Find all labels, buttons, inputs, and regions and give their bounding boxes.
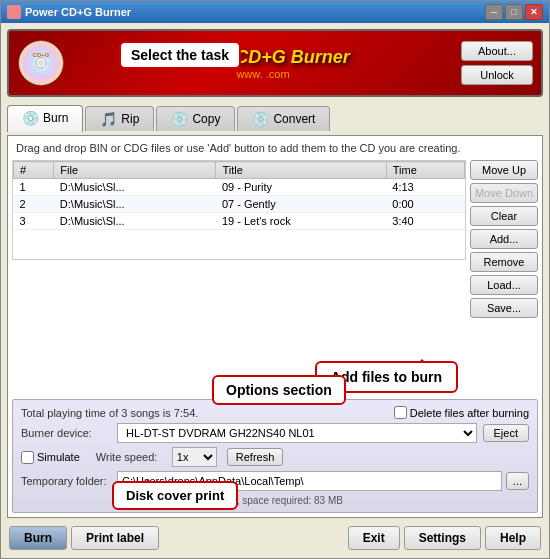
row1-title: 09 - Purity (216, 179, 386, 196)
bottom-bar: Disk cover print Burn Print label Exit S… (7, 522, 543, 552)
tab-convert[interactable]: 💿 Convert (237, 106, 330, 131)
col-num: # (14, 162, 54, 179)
convert-tab-label: Convert (273, 112, 315, 126)
row3-title: 19 - Let's rock (216, 213, 386, 230)
banner-url: www. .com (236, 68, 289, 80)
write-speed-select[interactable]: 1x (172, 447, 217, 467)
instruction-text: Drag and drop BIN or CDG files or use 'A… (12, 140, 538, 156)
rip-tab-icon: 🎵 (100, 111, 117, 127)
header-banner: Select the task (7, 29, 543, 97)
save-button[interactable]: Save... (470, 298, 538, 318)
remove-button[interactable]: Remove (470, 252, 538, 272)
burn-bottom-button[interactable]: Burn (9, 526, 67, 550)
rip-tab-label: Rip (121, 112, 139, 126)
disk-cover-tooltip: Disk cover print (112, 481, 238, 510)
about-button[interactable]: About... (461, 41, 533, 61)
delete-after-label: Delete files after burning (410, 407, 529, 419)
temp-folder-row: Temporary folder: ... (21, 471, 529, 491)
burn-tab-icon: 💿 (22, 110, 39, 126)
files-area: # File Title Time 1 D:\Music (12, 160, 466, 395)
row3-time: 3:40 (386, 213, 464, 230)
window-title: Power CD+G Burner (25, 6, 131, 18)
table-row[interactable]: 3 D:\Music\Sl... 19 - Let's rock 3:40 (14, 213, 465, 230)
burner-device-select[interactable]: HL-DT-ST DVDRAM GH22NS40 NL01 (117, 423, 477, 443)
print-label-button[interactable]: Print label (71, 526, 159, 550)
table-row[interactable]: 1 D:\Music\Sl... 09 - Purity 4:13 (14, 179, 465, 196)
playing-time-text: Total playing time of 3 songs is 7:54. (21, 407, 198, 419)
table-row[interactable]: 2 D:\Music\Sl... 07 - Gently 0:00 (14, 196, 465, 213)
row2-num: 2 (14, 196, 54, 213)
copy-tab-icon: 💿 (171, 111, 188, 127)
add-button[interactable]: Add... (470, 229, 538, 249)
main-panel: Drag and drop BIN or CDG files or use 'A… (7, 135, 543, 518)
col-file: File (54, 162, 216, 179)
row2-file: D:\Music\Sl... (54, 196, 216, 213)
options-title-row: Total playing time of 3 songs is 7:54. D… (21, 406, 529, 419)
write-speed-row: Simulate Write speed: 1x Refresh (21, 447, 529, 467)
row3-file: D:\Music\Sl... (54, 213, 216, 230)
title-bar: Power CD+G Burner ─ □ ✕ (1, 1, 549, 23)
row2-title: 07 - Gently (216, 196, 386, 213)
cd-logo-icon: CD+G (17, 39, 65, 87)
simulate-label: Simulate (37, 451, 80, 463)
app-icon (7, 5, 21, 19)
tab-row: 💿 Burn 🎵 Rip 💿 Copy 💿 Convert (7, 105, 543, 131)
right-action-buttons: Move Up Move Down Clear Add... Remove Lo… (466, 160, 538, 395)
clear-button[interactable]: Clear (470, 206, 538, 226)
close-button[interactable]: ✕ (525, 4, 543, 20)
svg-point-3 (38, 60, 44, 66)
svg-text:CD+G: CD+G (33, 52, 50, 58)
tab-rip[interactable]: 🎵 Rip (85, 106, 154, 131)
main-window: Power CD+G Burner ─ □ ✕ Select the task (0, 0, 550, 559)
options-section: Options section Total playing time of 3 … (12, 399, 538, 513)
burner-device-label: Burner device: (21, 427, 111, 439)
file-table: # File Title Time 1 D:\Music (13, 161, 465, 230)
settings-button[interactable]: Settings (404, 526, 481, 550)
burn-tab-label: Burn (43, 111, 68, 125)
files-and-buttons: # File Title Time 1 D:\Music (12, 160, 538, 395)
row1-file: D:\Music\Sl... (54, 179, 216, 196)
delete-after-check: Delete files after burning (394, 406, 529, 419)
row3-num: 3 (14, 213, 54, 230)
content-area: Select the task (1, 23, 549, 558)
eject-button[interactable]: Eject (483, 424, 529, 442)
temp-folder-label: Temporary folder: (21, 475, 111, 487)
load-button[interactable]: Load... (470, 275, 538, 295)
write-speed-label: Write speed: (96, 451, 166, 463)
row2-time: 0:00 (386, 196, 464, 213)
move-up-button[interactable]: Move Up (470, 160, 538, 180)
tab-burn[interactable]: 💿 Burn (7, 105, 83, 132)
exit-button[interactable]: Exit (348, 526, 400, 550)
col-title: Title (216, 162, 386, 179)
col-time: Time (386, 162, 464, 179)
window-controls: ─ □ ✕ (485, 4, 543, 20)
move-down-button[interactable]: Move Down (470, 183, 538, 203)
delete-after-checkbox[interactable] (394, 406, 407, 419)
convert-tab-icon: 💿 (252, 111, 269, 127)
burner-device-row: Burner device: HL-DT-ST DVDRAM GH22NS40 … (21, 423, 529, 443)
row1-time: 4:13 (386, 179, 464, 196)
minimize-button[interactable]: ─ (485, 4, 503, 20)
simulate-check: Simulate (21, 451, 80, 464)
file-table-wrapper[interactable]: # File Title Time 1 D:\Music (12, 160, 466, 260)
copy-tab-label: Copy (192, 112, 220, 126)
select-task-tooltip: Select the task (119, 41, 241, 69)
unlock-button[interactable]: Unlock (461, 65, 533, 85)
files-and-buttons-wrap: # File Title Time 1 D:\Music (12, 160, 538, 513)
row1-num: 1 (14, 179, 54, 196)
simulate-checkbox[interactable] (21, 451, 34, 464)
refresh-button[interactable]: Refresh (227, 448, 284, 466)
tab-copy[interactable]: 💿 Copy (156, 106, 235, 131)
help-button[interactable]: Help (485, 526, 541, 550)
maximize-button[interactable]: □ (505, 4, 523, 20)
browse-temp-button[interactable]: ... (506, 472, 529, 490)
header-action-buttons: About... Unlock (461, 41, 533, 85)
options-tooltip: Options section (212, 375, 346, 405)
